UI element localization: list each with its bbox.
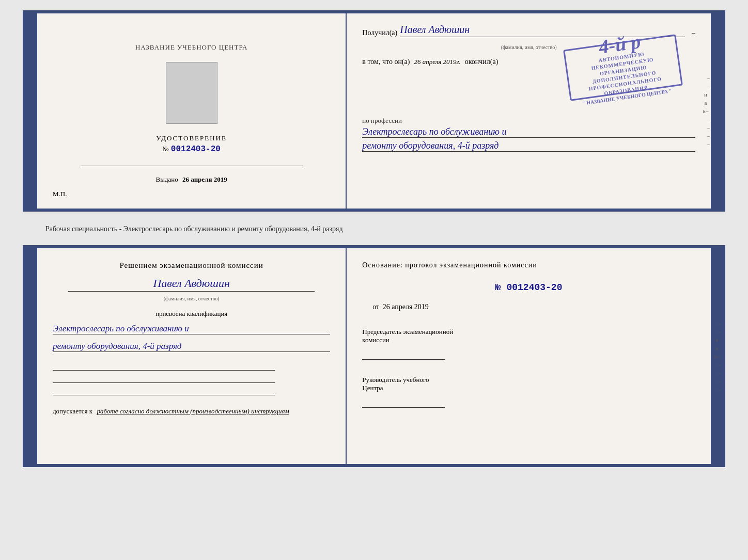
training-center-label: НАЗВАНИЕ УЧЕБНОГО ЦЕНТРА <box>135 43 247 52</box>
bottom-side-dash-6: – <box>713 386 721 392</box>
left-panel: НАЗВАНИЕ УЧЕБНОГО ЦЕНТРА УДОСТОВЕРЕНИЕ №… <box>37 13 347 209</box>
separator-main-text: Рабочая специальность - Электрослесарь п… <box>45 225 343 233</box>
name-caption-bottom: (фамилия, имя, отчество) <box>53 296 330 301</box>
right-spine <box>711 13 722 209</box>
from-date: 26 апреля 2019 <box>383 303 429 311</box>
profession-label: по профессии <box>362 117 695 125</box>
sig-line-3 <box>53 386 275 395</box>
bottom-right-panel: Основание: протокол экзаменационной коми… <box>347 248 711 464</box>
bottom-side-dash-1: – <box>713 320 721 326</box>
sig-line-1 <box>53 361 275 371</box>
director-line1: Руководитель учебного <box>362 376 695 384</box>
issued-line: Выдано 26 апреля 2019 <box>156 175 227 184</box>
issued-date: 26 апреля 2019 <box>182 175 227 183</box>
allowed-italic: работе согласно должностным (производств… <box>97 407 289 415</box>
top-document: НАЗВАНИЕ УЧЕБНОГО ЦЕНТРА УДОСТОВЕРЕНИЕ №… <box>23 10 725 212</box>
allowed-prefix: допускается к <box>53 407 92 415</box>
right-side-labels: – – и а к– – – – – <box>700 13 711 209</box>
profession-line2: ремонту оборудования, 4-й разряд <box>362 140 695 152</box>
protocol-number: № 0012403-20 <box>362 282 695 293</box>
bottom-side-dash-5: – <box>713 378 721 384</box>
side-char-k: к– <box>702 108 710 114</box>
director-signature <box>362 397 445 408</box>
right-side-labels-bottom: – – и а к– – – – – <box>712 248 722 464</box>
bottom-side-char-k: к– <box>713 353 721 359</box>
side-dash-4: – <box>702 124 710 131</box>
in-that-prefix: в том, что он(а) <box>362 58 410 66</box>
from-prefix: от <box>372 303 379 311</box>
bottom-side-dash-2: – <box>713 328 721 334</box>
director-block: Руководитель учебного Центра <box>362 376 695 410</box>
received-prefix: Получил(а) <box>362 29 397 37</box>
sig-line-2 <box>53 374 275 383</box>
side-dash-3: – <box>702 116 710 122</box>
side-char-a: а <box>702 100 710 106</box>
side-char-i: и <box>702 91 710 98</box>
mp-label: М.П. <box>53 190 67 198</box>
chairman-signature <box>362 349 445 360</box>
basis-title: Основание: протокол экзаменационной коми… <box>362 261 695 269</box>
side-dash-2: – <box>702 83 710 89</box>
bottom-side-dash-4: – <box>713 370 721 376</box>
certificate-block: УДОСТОВЕРЕНИЕ № 0012403-20 <box>156 134 227 154</box>
bottom-side-dash-3: – <box>713 361 721 367</box>
page-container: НАЗВАНИЕ УЧЕБНОГО ЦЕНТРА УДОСТОВЕРЕНИЕ №… <box>10 10 738 467</box>
allowed-label: допускается к работе согласно должностны… <box>53 407 330 415</box>
number-prefix: № <box>162 145 168 153</box>
chairman-line1: Председатель экзаменационной <box>362 328 695 336</box>
right-panel: Получил(а) Павел Авдюшин – (фамилия, имя… <box>347 13 711 209</box>
photo-placeholder <box>166 62 217 124</box>
received-name: Павел Авдюшин <box>400 24 685 37</box>
bottom-left-panel: Решением экзаменационной комиссии Павел … <box>37 248 347 464</box>
person-name-bottom: Павел Авдюшин <box>68 277 315 292</box>
issued-label: Выдано <box>156 175 178 183</box>
chairman-line2: комиссии <box>362 336 695 344</box>
qualification-line1: Электрослесарь по обслуживанию и <box>53 324 330 334</box>
assigned-label: присвоена квалификация <box>53 310 330 318</box>
received-line: Получил(а) Павел Авдюшин – <box>362 24 695 37</box>
qualification-line2: ремонту оборудования, 4-й разряд <box>53 341 330 352</box>
side-dash-6: – <box>702 141 710 147</box>
decision-title: Решением экзаменационной комиссии <box>53 261 330 270</box>
side-dash-1: – <box>702 75 710 81</box>
number-prefix-bottom: № <box>495 282 501 293</box>
left-spine <box>26 13 37 209</box>
side-dash-5: – <box>702 133 710 139</box>
bottom-left-spine <box>26 248 37 464</box>
bottom-side-char-i: и <box>713 337 721 343</box>
director-line2: Центра <box>362 384 695 392</box>
separator-text: Рабочая специальность - Электрослесарь п… <box>23 221 725 236</box>
bottom-side-char-a: а <box>713 345 721 351</box>
profession-line1: Электрослесарь по обслуживанию и <box>362 126 695 138</box>
chairman-block: Председатель экзаменационной комиссии <box>362 328 695 362</box>
certificate-label: УДОСТОВЕРЕНИЕ <box>156 134 227 142</box>
signature-lines <box>53 361 330 395</box>
bottom-document: Решением экзаменационной комиссии Павел … <box>23 245 725 467</box>
protocol-num: 0012403-20 <box>506 282 562 293</box>
completed-date: 26 апреля 2019г. <box>414 58 460 66</box>
completed-suffix: окончил(а) <box>465 58 498 66</box>
from-date-line: от 26 апреля 2019 <box>362 303 695 311</box>
certificate-number: 0012403-20 <box>171 145 221 154</box>
